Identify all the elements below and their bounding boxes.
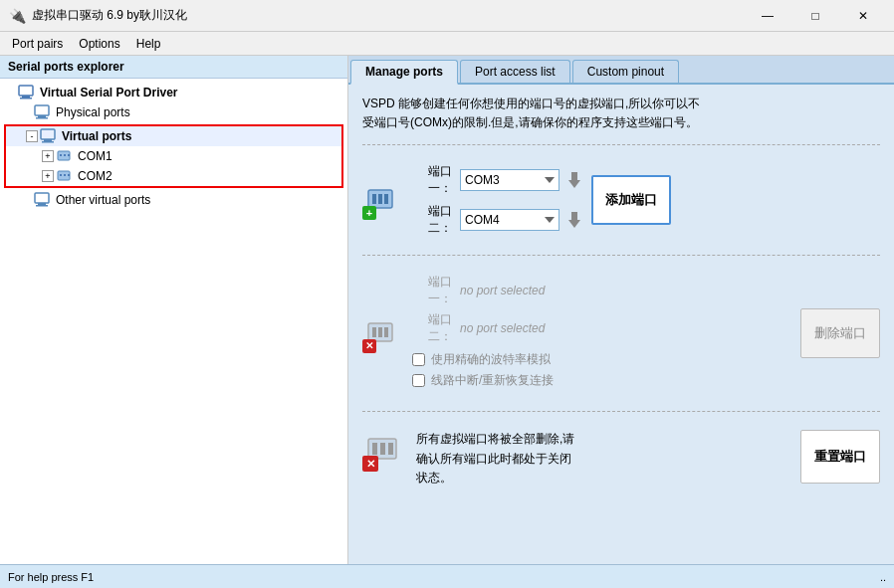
reset-port-button[interactable]: 重置端口	[800, 430, 880, 484]
explorer-header: Serial ports explorer	[0, 56, 347, 79]
svg-rect-8	[42, 141, 54, 143]
divider-3	[362, 411, 880, 412]
svg-point-16	[68, 174, 70, 176]
svg-rect-21	[372, 194, 376, 204]
checkbox-break[interactable]	[412, 374, 425, 387]
right-panel: Manage ports Port access list Custom pin…	[348, 56, 894, 564]
tree-item-virtual[interactable]: - Virtual ports	[6, 126, 341, 146]
svg-rect-35	[388, 443, 393, 455]
checkbox-break-row: 线路中断/重新恢复连接	[412, 372, 554, 389]
main-layout: Serial ports explorer Virtual Serial Por…	[0, 56, 894, 564]
svg-rect-0	[19, 86, 33, 96]
title-bar-buttons: — □ ✕	[745, 2, 886, 30]
tree-label-other: Other virtual ports	[56, 193, 150, 207]
folder-icon	[40, 128, 58, 144]
svg-point-12	[68, 154, 70, 156]
monitor-icon	[34, 104, 52, 120]
svg-rect-2	[20, 98, 32, 99]
menu-bar: Port pairs Options Help	[0, 32, 894, 56]
delete-port-button[interactable]: 删除端口	[800, 308, 880, 358]
add-port-icon: +	[362, 180, 402, 220]
svg-rect-18	[38, 203, 46, 205]
port-two-select[interactable]: COM4 COM3 COM5	[460, 209, 559, 231]
app-title: 虚拟串口驱动 6.9 by耿川汉化	[32, 7, 745, 24]
tree-label-vspd: Virtual Serial Port Driver	[40, 86, 178, 99]
computer-icon	[18, 85, 36, 100]
tree-label-com2: COM2	[78, 169, 112, 183]
delete-port-icon: ✕	[362, 313, 402, 353]
delete-port-one-label: 端口一：	[412, 274, 452, 307]
menu-options[interactable]: Options	[71, 35, 127, 53]
manage-description: VSPD 能够创建任何你想使用的端口号的虚拟端口,所以你可以不 受端口号(COM…	[362, 95, 880, 132]
tree-label-com1: COM1	[78, 149, 112, 163]
expand-com1[interactable]: +	[42, 150, 54, 162]
tree-item-com2[interactable]: + COM2	[6, 166, 341, 186]
svg-rect-23	[384, 194, 388, 204]
menu-help[interactable]: Help	[128, 35, 169, 53]
checkbox-baudrate[interactable]	[412, 353, 425, 366]
status-text: For help press F1	[8, 571, 94, 583]
checkbox-baudrate-row: 使用精确的波特率模拟	[412, 351, 554, 368]
reset-section: ✕ 所有虚拟端口将被全部删除,请 确认所有端口此时都处于关闭 状态。 重置端口	[362, 422, 880, 495]
pin-icon-one[interactable]	[567, 173, 581, 187]
delete-port-two-label: 端口二：	[412, 311, 452, 345]
status-indicator: ..	[880, 571, 886, 583]
left-panel: Serial ports explorer Virtual Serial Por…	[0, 56, 348, 564]
svg-rect-5	[36, 117, 48, 119]
divider-2	[362, 255, 880, 256]
tree-item-vspd[interactable]: Virtual Serial Port Driver	[0, 83, 347, 102]
tree-item-physical[interactable]: Physical ports	[0, 102, 347, 122]
reset-port-icon: ✕	[362, 430, 406, 474]
tree-item-other[interactable]: Other virtual ports	[0, 190, 347, 210]
svg-rect-19	[36, 205, 48, 207]
port-two-row: 端口二： COM4 COM3 COM5	[412, 203, 581, 237]
delete-fields: 端口一： no port selected 端口二： no port selec…	[412, 274, 554, 393]
tree-label-virtual: Virtual ports	[62, 129, 131, 143]
tab-pinout[interactable]: Custom pinout	[572, 60, 679, 83]
svg-rect-4	[38, 115, 46, 117]
maximize-button[interactable]: □	[792, 2, 838, 30]
port-two-label: 端口二：	[412, 203, 452, 237]
svg-rect-31	[384, 327, 388, 337]
svg-rect-33	[372, 443, 377, 455]
expand-virtual[interactable]: -	[26, 130, 38, 142]
svg-marker-25	[568, 180, 580, 188]
port-icon-com1	[56, 148, 74, 164]
menu-port-pairs[interactable]: Port pairs	[4, 35, 71, 53]
checkbox-baudrate-label: 使用精确的波特率模拟	[431, 351, 551, 368]
svg-rect-26	[571, 212, 577, 220]
tree-label-physical: Physical ports	[56, 105, 130, 119]
tab-bar: Manage ports Port access list Custom pin…	[348, 56, 894, 85]
svg-point-10	[60, 154, 62, 156]
port-one-select[interactable]: COM3 COM4 COM5	[460, 169, 559, 191]
delete-port-one-row: 端口一： no port selected	[412, 274, 554, 307]
svg-point-15	[64, 174, 66, 176]
title-bar: 🔌 虚拟串口驱动 6.9 by耿川汉化 — □ ✕	[0, 0, 894, 32]
tree-item-com1[interactable]: + COM1	[6, 146, 341, 166]
svg-rect-17	[35, 193, 49, 203]
svg-point-14	[60, 174, 62, 176]
minimize-button[interactable]: —	[745, 2, 790, 30]
delete-port-two-row: 端口二： no port selected	[412, 311, 554, 345]
port-one-label: 端口一：	[412, 163, 452, 197]
svg-rect-7	[44, 139, 52, 141]
svg-marker-27	[568, 220, 580, 228]
tab-access[interactable]: Port access list	[460, 60, 570, 83]
divider-1	[362, 144, 880, 145]
close-button[interactable]: ✕	[840, 2, 886, 30]
status-bar: For help press F1 ..	[0, 564, 894, 588]
svg-rect-34	[380, 443, 385, 455]
tree-container: Virtual Serial Port Driver Physical port…	[0, 79, 347, 564]
pin-icon-two[interactable]	[567, 213, 581, 227]
add-port-section: + 端口一： COM3 COM4 COM5	[362, 155, 880, 245]
svg-rect-30	[378, 327, 382, 337]
port-fields-add: 端口一： COM3 COM4 COM5	[412, 163, 581, 237]
tab-manage[interactable]: Manage ports	[350, 60, 458, 85]
port-icon-com2	[56, 168, 74, 184]
add-port-button[interactable]: 添加端口	[591, 175, 671, 225]
svg-rect-1	[22, 96, 30, 98]
reset-description: 所有虚拟端口将被全部删除,请 确认所有端口此时都处于关闭 状态。	[416, 430, 790, 488]
port-one-row: 端口一： COM3 COM4 COM5	[412, 163, 581, 197]
svg-rect-6	[41, 129, 55, 139]
expand-com2[interactable]: +	[42, 170, 54, 182]
